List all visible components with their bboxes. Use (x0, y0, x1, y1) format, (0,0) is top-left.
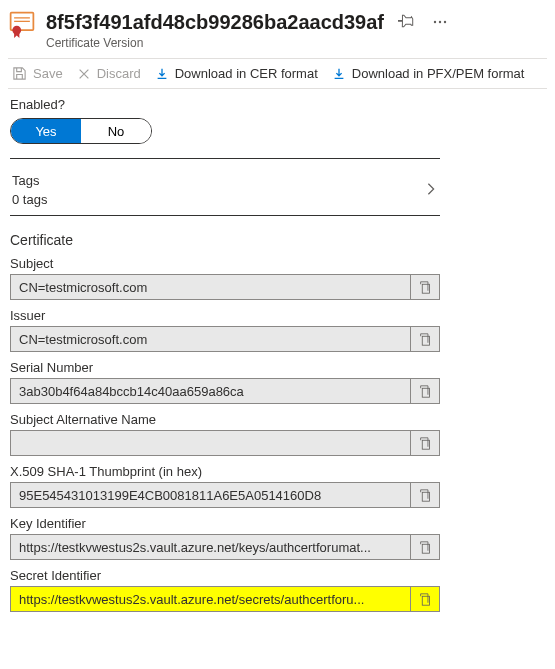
certificate-icon (8, 10, 36, 38)
discard-icon (77, 67, 91, 81)
copy-button[interactable] (410, 326, 440, 352)
copy-icon (419, 593, 432, 606)
save-label: Save (33, 66, 63, 81)
download-cer-button[interactable]: Download in CER format (155, 66, 318, 81)
san-label: Subject Alternative Name (10, 412, 446, 427)
pin-icon (398, 14, 414, 30)
more-icon (432, 14, 448, 30)
thumbprint-field (10, 482, 440, 508)
key-id-input[interactable] (10, 534, 410, 560)
pin-button[interactable] (394, 10, 418, 34)
svg-rect-11 (422, 492, 429, 501)
san-input[interactable] (10, 430, 410, 456)
svg-point-4 (434, 21, 436, 23)
download-pfx-button[interactable]: Download in PFX/PEM format (332, 66, 525, 81)
save-button[interactable]: Save (12, 66, 63, 81)
more-button[interactable] (428, 10, 452, 34)
download-icon (155, 67, 169, 81)
enabled-label: Enabled? (10, 97, 446, 112)
serial-label: Serial Number (10, 360, 446, 375)
header: 8f5f3f491afd48cb99286ba2aacd39af Certifi… (8, 6, 547, 58)
tags-label: Tags (12, 173, 47, 188)
key-id-label: Key Identifier (10, 516, 446, 531)
toolbar: Save Discard Download in CER format Down… (8, 58, 547, 89)
copy-button[interactable] (410, 534, 440, 560)
copy-button[interactable] (410, 378, 440, 404)
content: Enabled? Yes No Tags 0 tags Certificate … (8, 89, 448, 612)
svg-point-5 (439, 21, 441, 23)
copy-icon (419, 385, 432, 398)
thumbprint-label: X.509 SHA-1 Thumbprint (in hex) (10, 464, 446, 479)
certificate-heading: Certificate (10, 232, 446, 248)
issuer-label: Issuer (10, 308, 446, 323)
divider (10, 158, 440, 159)
issuer-input[interactable] (10, 326, 410, 352)
enabled-toggle[interactable]: Yes No (10, 118, 152, 144)
enabled-no[interactable]: No (81, 118, 151, 144)
secret-id-label: Secret Identifier (10, 568, 446, 583)
copy-button[interactable] (410, 274, 440, 300)
page-title: 8f5f3f491afd48cb99286ba2aacd39af (46, 11, 384, 34)
copy-icon (419, 541, 432, 554)
thumbprint-input[interactable] (10, 482, 410, 508)
discard-label: Discard (97, 66, 141, 81)
subject-label: Subject (10, 256, 446, 271)
download-cer-label: Download in CER format (175, 66, 318, 81)
download-icon (332, 67, 346, 81)
subject-field (10, 274, 440, 300)
serial-input[interactable] (10, 378, 410, 404)
chevron-right-icon (424, 182, 438, 199)
svg-rect-13 (422, 596, 429, 605)
discard-button[interactable]: Discard (77, 66, 141, 81)
tags-count: 0 tags (12, 192, 47, 207)
copy-icon (419, 333, 432, 346)
copy-icon (419, 437, 432, 450)
svg-rect-9 (422, 388, 429, 397)
download-pfx-label: Download in PFX/PEM format (352, 66, 525, 81)
copy-icon (419, 489, 432, 502)
secret-id-input[interactable] (10, 586, 410, 612)
subject-input[interactable] (10, 274, 410, 300)
issuer-field (10, 326, 440, 352)
enabled-yes[interactable]: Yes (11, 118, 81, 144)
copy-button[interactable] (410, 430, 440, 456)
serial-field (10, 378, 440, 404)
copy-button[interactable] (410, 586, 440, 612)
copy-icon (419, 281, 432, 294)
svg-rect-12 (422, 544, 429, 553)
divider (10, 215, 440, 216)
tags-row[interactable]: Tags 0 tags (10, 163, 440, 211)
copy-button[interactable] (410, 482, 440, 508)
svg-rect-7 (422, 284, 429, 293)
key-id-field (10, 534, 440, 560)
svg-point-6 (444, 21, 446, 23)
page-subtitle: Certificate Version (46, 36, 547, 50)
save-icon (12, 66, 27, 81)
san-field (10, 430, 440, 456)
svg-rect-10 (422, 440, 429, 449)
svg-rect-8 (422, 336, 429, 345)
secret-id-field (10, 586, 440, 612)
